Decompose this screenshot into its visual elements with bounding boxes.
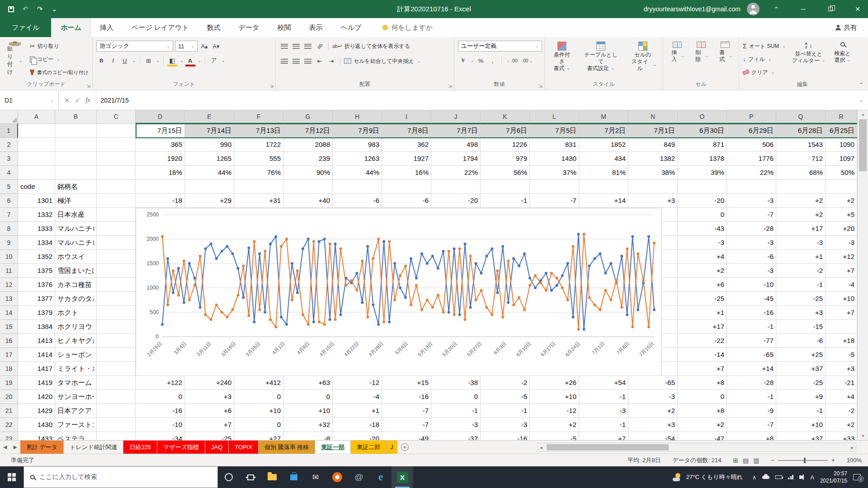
increase-decimal-button[interactable]: ←.00 [505, 56, 519, 66]
cell-K4[interactable]: 56% [481, 166, 530, 180]
cell-B21[interactable]: 日本アクア [55, 404, 97, 418]
cell-K5[interactable] [481, 180, 530, 194]
cell-G22[interactable]: +32 [283, 418, 333, 432]
comma-style-button[interactable]: , [488, 56, 498, 66]
cell-M1[interactable]: 7月2日 [579, 124, 628, 138]
edge-button[interactable]: e [370, 466, 392, 488]
row-header-22[interactable]: 22 [0, 418, 18, 432]
column-header-G[interactable]: G [283, 110, 333, 124]
autosum-button[interactable]: Σオート SUM⌄ [743, 41, 786, 52]
sheet-tab-東証二部[interactable]: 東証二部 [351, 441, 387, 454]
cell-D21[interactable]: -16 [136, 404, 185, 418]
column-header-P[interactable]: P [727, 110, 776, 124]
cell-K2[interactable]: 1226 [481, 138, 530, 152]
cell-P23[interactable]: +8 [727, 432, 776, 440]
row-header-1[interactable]: 1 [0, 124, 18, 138]
cell-P10[interactable]: -6 [727, 250, 776, 264]
column-header-Q[interactable]: Q [776, 110, 826, 124]
cell-B15[interactable]: ホクリヨウ [55, 320, 97, 334]
wrap-text-button[interactable]: ab↩折り返して全体を表示する [332, 41, 410, 52]
cell-R23[interactable]: +33 [826, 432, 857, 440]
cell-B10[interactable]: ホウスイ [55, 250, 97, 264]
cell-A23[interactable]: 1433 [18, 432, 55, 440]
cell-O14[interactable]: +1 [678, 306, 727, 320]
taskbar-search-input[interactable]: ここに入力して検索 [24, 466, 218, 488]
cell-R11[interactable]: +7 [826, 264, 857, 278]
cell-C14[interactable] [97, 306, 136, 320]
cell-Q6[interactable]: +2 [776, 194, 826, 208]
new-sheet-button[interactable]: ＋ [397, 441, 412, 454]
cell-F19[interactable]: +412 [234, 376, 283, 390]
cell-Q1[interactable]: 6月28日 [776, 124, 826, 138]
cell-R15[interactable] [826, 320, 857, 334]
column-header-C[interactable]: C [97, 110, 136, 124]
collapse-ribbon-button[interactable]: ⌃ [859, 82, 863, 88]
delete-cells-button[interactable]: 削除⌄ [691, 41, 711, 64]
cell-N22[interactable]: +3 [628, 418, 678, 432]
cancel-entry-button[interactable]: ✕ [64, 97, 70, 104]
cell-Q11[interactable]: -2 [776, 264, 826, 278]
cell-A18[interactable]: 1417 [18, 362, 55, 376]
cell-P20[interactable]: -1 [727, 390, 776, 404]
cell-K1[interactable]: 7月6日 [481, 124, 530, 138]
task-view-button[interactable] [240, 466, 261, 488]
cell-N1[interactable]: 7月1日 [628, 124, 678, 138]
volume-tray-button[interactable] [799, 475, 804, 479]
cortana-button[interactable] [218, 466, 240, 488]
cell-O16[interactable]: -22 [678, 334, 727, 348]
row-header-5[interactable]: 5 [0, 180, 18, 194]
cell-E21[interactable]: +6 [185, 404, 234, 418]
cell-C5[interactable] [97, 180, 136, 194]
cell-I5[interactable] [382, 180, 431, 194]
account-email[interactable]: dryyourtearswithlove1@gmail.com [644, 5, 741, 13]
cell-M2[interactable]: 1852 [579, 138, 628, 152]
cell-R7[interactable]: +5 [826, 208, 857, 222]
network-tray-button[interactable] [788, 475, 793, 479]
increase-font-size-button[interactable]: A▴ [199, 41, 209, 51]
cell-R16[interactable]: +18 [826, 334, 857, 348]
cell-N2[interactable]: 849 [628, 138, 678, 152]
cell-C23[interactable] [97, 432, 136, 440]
cell-E6[interactable]: +29 [185, 194, 234, 208]
cell-C15[interactable] [97, 320, 136, 334]
sheet-tab-マザーズ指標[interactable]: マザーズ指標 [157, 441, 205, 454]
cell-A5[interactable]: code [18, 180, 55, 194]
cell-C17[interactable] [97, 348, 136, 362]
cell-R12[interactable]: -4 [826, 278, 857, 292]
cell-O11[interactable]: +2 [678, 264, 727, 278]
column-header-O[interactable]: O [678, 110, 727, 124]
cell-I20[interactable]: -16 [382, 390, 431, 404]
tell-me-box[interactable]: 何をしますか [382, 18, 433, 37]
cell-M21[interactable]: -3 [579, 404, 628, 418]
cell-J6[interactable]: -20 [431, 194, 481, 208]
row-header-19[interactable]: 19 [0, 376, 18, 390]
cell-I22[interactable]: -7 [382, 418, 431, 432]
horizontal-scrollbar-thumb[interactable] [547, 444, 669, 450]
cell-L2[interactable]: 831 [530, 138, 579, 152]
row-header-3[interactable]: 3 [0, 152, 18, 166]
column-header-J[interactable]: J [431, 110, 481, 124]
row-header-6[interactable]: 6 [0, 194, 18, 208]
cell-F6[interactable]: +31 [234, 194, 283, 208]
tab-formulas[interactable]: 数式 [198, 18, 230, 37]
cut-button[interactable]: ✂切り取り [30, 41, 89, 52]
confirm-entry-button[interactable]: ✓ [75, 97, 80, 104]
mention-app-button[interactable]: @ [348, 466, 370, 488]
column-header-D[interactable]: D [136, 110, 185, 124]
cell-L1[interactable]: 7月5日 [530, 124, 579, 138]
cell-F2[interactable]: 1722 [234, 138, 283, 152]
cell-A22[interactable]: 1430 [18, 418, 55, 432]
cell-P16[interactable]: -77 [727, 334, 776, 348]
cell-A9[interactable]: 1334 [18, 236, 55, 250]
copy-button[interactable]: コピー⌄ [30, 54, 89, 65]
taskbar-clock[interactable]: 20:57 2021/07/15 [820, 470, 847, 484]
cell-O10[interactable]: +4 [678, 250, 727, 264]
cell-N5[interactable] [628, 180, 678, 194]
cell-R6[interactable]: +2 [826, 194, 857, 208]
cell-A16[interactable]: 1413 [18, 334, 55, 348]
cell-G6[interactable]: +40 [283, 194, 333, 208]
row-header-9[interactable]: 9 [0, 236, 18, 250]
ribbon-display-options-button[interactable]: ⌃ [766, 0, 787, 18]
cell-R17[interactable]: -5 [826, 348, 857, 362]
font-size-combo[interactable]: 11⌄ [175, 41, 198, 52]
